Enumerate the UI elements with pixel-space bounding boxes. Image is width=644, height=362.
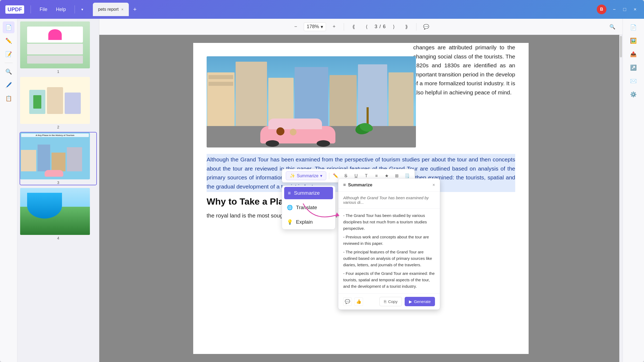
scroll-thumb[interactable] [620, 36, 622, 57]
sidebar-icon-stamp[interactable]: 🖊️ [3, 79, 14, 91]
menu-item-explain[interactable]: 💡 Explain [282, 215, 335, 229]
sidebar-icon-annotate[interactable]: 📝 [3, 48, 14, 60]
thumbnail-4[interactable]: 4 [20, 188, 96, 240]
summarize-label: Summarize [297, 173, 319, 178]
titlebar-divider2 [75, 5, 75, 13]
thumb-num-1: 1 [20, 69, 96, 74]
minimize-btn[interactable]: − [611, 6, 618, 13]
user-avatar: B [597, 5, 606, 14]
summarize-menu-label: Summarize [294, 190, 320, 196]
bullet-4: - Four aspects of the Grand Tour are exa… [343, 270, 435, 290]
sidebar-icon-edit[interactable]: ✏️ [3, 35, 14, 47]
right-panel: 📄 🖼️ 📤 ↗️ ✉️ ⚙️ [623, 19, 644, 362]
total-pages: 6 [383, 24, 386, 29]
page-first-btn[interactable]: ⟪ [349, 22, 358, 32]
left-sidebar: 📄 ✏️ 📝 🔍 🖊️ 📋 [0, 19, 17, 362]
dropdown-menu: ≡ Summarize 🌐 Translate 💡 Explain [282, 186, 335, 230]
bullet-2: - Previous work and concepts about the t… [343, 234, 435, 247]
comment-btn[interactable]: 💬 [421, 22, 431, 32]
panel-header: ≡ Summarize × [338, 179, 440, 192]
panel-title-text: Summarize [348, 182, 372, 188]
sidebar-icon-search[interactable]: 🔍 [3, 66, 14, 77]
tab-area: pets report × + [93, 3, 137, 16]
panel-title: ≡ Summarize [343, 182, 372, 188]
toolbar: − 178% ▾ + ⟪ ⟨ 3 / 6 ⟩ ⟫ 💬 � [99, 19, 623, 35]
zoom-level: 178% [307, 24, 319, 29]
summarize-menu-icon: ≡ [288, 190, 291, 196]
menu-help[interactable]: Help [54, 6, 68, 13]
maximize-btn[interactable]: □ [621, 6, 628, 13]
toolbar-div2 [416, 23, 416, 31]
window-controls: − □ × [611, 6, 639, 13]
magic-icon: ✨ [290, 173, 295, 178]
close-btn[interactable]: × [631, 6, 639, 13]
page-display: 3 / 6 [375, 24, 386, 29]
tab-close-btn[interactable]: × [121, 7, 123, 12]
summarize-panel: ≡ Summarize × Although the Grand Tour ha… [338, 178, 440, 310]
titlebar-divider [31, 5, 31, 13]
generate-icon: ▶ [409, 299, 412, 304]
menu-file[interactable]: File [37, 6, 49, 13]
footer-comment-btn[interactable]: 💬 [343, 297, 352, 306]
tab-pets-report[interactable]: pets report × [93, 3, 129, 16]
toolbar-right: 🔍 [608, 22, 617, 32]
right-text-column: changes are attributed primarily to the … [413, 43, 515, 97]
explain-menu-icon: 💡 [287, 219, 293, 225]
doc-area: changes are attributed primarily to the … [99, 35, 623, 362]
zoom-out-btn[interactable]: − [291, 22, 301, 32]
footer-like-btn[interactable]: 👍 [354, 297, 363, 306]
menu-item-translate[interactable]: 🌐 Translate [282, 200, 335, 215]
dropdown-chevron: ▾ [320, 173, 322, 178]
bullet-3: - The principal features of the Grand To… [343, 249, 435, 268]
panel-close-btn[interactable]: × [433, 183, 435, 187]
panel-title-icon: ≡ [343, 182, 346, 188]
titlebar: UPDF File Help ▾ pets report × + B − □ × [0, 0, 644, 19]
search-btn[interactable]: 🔍 [608, 22, 617, 32]
copy-label: Copy [388, 299, 397, 304]
right-col-text: changes are attributed primarily to the … [413, 44, 515, 95]
thumbnail-1[interactable]: 1 [20, 21, 96, 74]
zoom-dropdown-icon: ▾ [321, 24, 323, 30]
generate-btn[interactable]: ▶ Generate [405, 297, 435, 306]
right-icon-document[interactable]: 📄 [628, 21, 639, 33]
page-last-btn[interactable]: ⟫ [402, 22, 411, 32]
right-icon-extract[interactable]: 📤 [628, 48, 639, 60]
translate-menu-label: Translate [296, 205, 317, 210]
thumbnail-2[interactable]: 2 [20, 77, 96, 129]
tab-label: pets report [98, 7, 119, 12]
page-main-image [207, 56, 416, 147]
dropdown-arrow[interactable]: ▾ [81, 7, 83, 12]
right-icon-email[interactable]: ✉️ [628, 75, 639, 87]
explain-menu-label: Explain [296, 219, 313, 225]
zoom-in-btn[interactable]: + [329, 22, 339, 32]
copy-btn[interactable]: ⎘ Copy [379, 297, 402, 306]
translate-menu-icon: 🌐 [287, 205, 293, 210]
scrollbar[interactable] [619, 35, 623, 362]
page-prev-btn[interactable]: ⟨ [362, 22, 371, 32]
thumb-num-2: 2 [20, 125, 96, 129]
thumbnail-3[interactable]: A Key Phase in the History of Tourism 3 [20, 132, 96, 185]
sidebar-icon-document[interactable]: 📄 [3, 21, 14, 33]
panel-preview: Although the Grand Tour has been examine… [338, 192, 440, 209]
footer-icons: 💬 👍 [343, 297, 363, 306]
footer-actions: ⎘ Copy ▶ Generate [379, 297, 435, 306]
bullet-1: - The Grand Tour has been studied by var… [343, 212, 435, 232]
menu-item-summarize[interactable]: ≡ Summarize [284, 187, 333, 199]
app-window: UPDF File Help ▾ pets report × + B − □ ×… [0, 0, 644, 362]
generate-label: Generate [414, 299, 431, 304]
right-icon-settings[interactable]: ⚙️ [628, 88, 639, 100]
thumb-img-1 [20, 21, 90, 68]
page-next-btn[interactable]: ⟩ [389, 22, 398, 32]
panel-footer: 💬 👍 ⎘ Copy ▶ Generate [338, 293, 440, 309]
page-sep: / [379, 24, 381, 29]
copy-icon: ⎘ [384, 299, 386, 304]
main-area: 📄 ✏️ 📝 🔍 🖊️ 📋 [0, 19, 644, 362]
right-icon-share[interactable]: ↗️ [628, 62, 639, 73]
zoom-display[interactable]: 178% ▾ [304, 23, 326, 31]
thumbnail-panel: 1 2 [17, 19, 99, 362]
sidebar-icon-pages[interactable]: 📋 [3, 93, 14, 104]
tab-add-btn[interactable]: + [133, 6, 137, 13]
summarize-dropdown-btn[interactable]: ✨ Summarize ▾ [286, 171, 326, 180]
thumb-img-2 [20, 77, 90, 124]
right-icon-image[interactable]: 🖼️ [628, 35, 639, 47]
